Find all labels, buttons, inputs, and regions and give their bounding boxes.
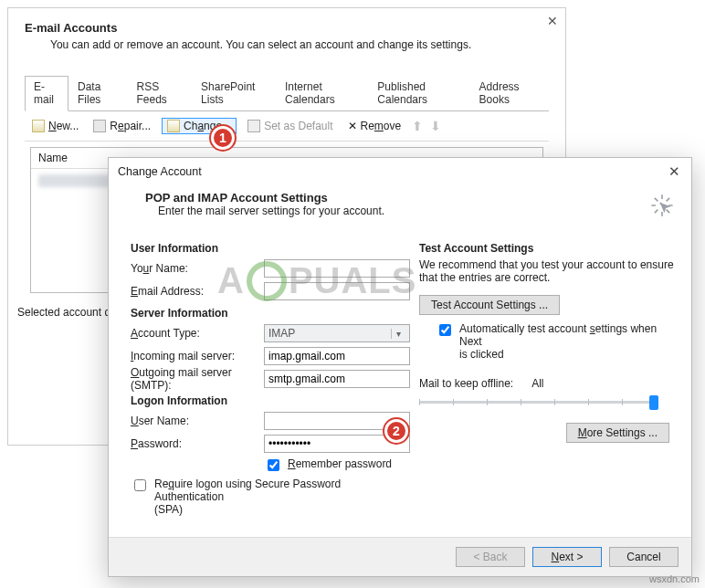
chevron-down-icon: ▾ — [391, 329, 405, 339]
remove-icon: ✕ — [348, 120, 357, 132]
slider-thumb[interactable] — [649, 395, 658, 410]
section-user-info: User Information — [131, 242, 410, 255]
cancel-button[interactable]: Cancel — [609, 547, 679, 567]
section-logon-info: Logon Information — [131, 394, 410, 407]
offline-label: Mail to keep offline: — [419, 377, 513, 390]
tab-rss[interactable]: RSS Feeds — [128, 76, 193, 111]
label-username: User Name: — [131, 415, 264, 427]
attribution: wsxdn.com — [649, 573, 700, 584]
auto-test-checkbox[interactable] — [439, 324, 451, 336]
tab-address-books[interactable]: Address Books — [470, 76, 549, 111]
repair-button[interactable]: Repair... — [89, 118, 154, 134]
accounts-subtext: You can add or remove an account. You ca… — [25, 35, 549, 68]
change-icon — [167, 120, 180, 132]
test-account-button[interactable]: Test Account Settings ... — [419, 295, 560, 315]
close-icon[interactable]: ✕ — [547, 14, 558, 28]
offline-value: All — [531, 377, 543, 390]
accounts-toolbar: New... Repair... Change... Set as Defaul… — [25, 111, 549, 142]
remember-password-label: Remember password — [288, 457, 392, 470]
move-up-icon: ⬆ — [412, 119, 423, 133]
label-your-name: Your Name: — [131, 262, 264, 275]
tab-data-files[interactable]: Data Files — [68, 76, 128, 111]
account-tabs: E-mail Data Files RSS Feeds SharePoint L… — [25, 75, 549, 111]
label-account-type: Account Type: — [131, 327, 264, 340]
new-button[interactable]: New... — [28, 118, 82, 134]
account-type-combo: IMAP▾ — [264, 324, 410, 342]
label-password: Password: — [131, 437, 264, 450]
move-down-icon: ⬇ — [430, 119, 441, 133]
outgoing-server-field[interactable] — [264, 370, 410, 388]
remove-button[interactable]: ✕ Remove — [344, 118, 405, 134]
change-account-window: Change Account ✕ POP and IMAP Account Se… — [108, 157, 692, 577]
set-default-button: Set as Default — [244, 118, 336, 134]
next-button[interactable]: Next > — [532, 547, 602, 567]
more-settings-button[interactable]: More Settings ... — [566, 423, 669, 443]
tab-sharepoint[interactable]: SharePoint Lists — [192, 76, 276, 111]
tab-email[interactable]: E-mail — [25, 76, 68, 111]
dialog-heading: POP and IMAP Account Settings — [145, 191, 673, 205]
step-badge-1: 1 — [211, 126, 235, 150]
section-server-info: Server Information — [131, 307, 410, 320]
label-email: Email Address: — [131, 285, 264, 298]
close-icon[interactable]: ✕ — [665, 163, 684, 180]
repair-icon — [93, 120, 106, 132]
tab-internet-cal[interactable]: Internet Calendars — [276, 76, 368, 111]
accounts-heading: E-mail Accounts — [25, 21, 549, 35]
test-description: We recommend that you test your account … — [419, 258, 675, 284]
section-test-settings: Test Account Settings — [419, 242, 675, 255]
dialog-subheading: Enter the mail server settings for your … — [145, 205, 673, 217]
incoming-server-field[interactable] — [264, 347, 410, 365]
email-field[interactable] — [264, 282, 410, 300]
spa-checkbox[interactable] — [134, 479, 146, 491]
dialog-footer: < Back Next > Cancel — [109, 537, 691, 576]
back-button: < Back — [456, 547, 525, 567]
label-incoming: Incoming mail server: — [131, 350, 264, 362]
tab-published-cal[interactable]: Published Calendars — [368, 76, 469, 111]
remember-password-checkbox[interactable] — [268, 459, 279, 471]
offline-slider[interactable] — [419, 394, 657, 410]
window-title: Change Account — [118, 165, 202, 178]
auto-test-label: Automatically test account settings when… — [459, 322, 675, 361]
new-icon — [32, 120, 45, 132]
step-badge-2: 2 — [384, 419, 408, 443]
default-icon — [247, 120, 260, 132]
spa-label: Require logon using Secure Password Auth… — [154, 478, 410, 516]
cursor-decoration-icon — [649, 193, 675, 221]
label-outgoing: Outgoing mail server (SMTP): — [131, 366, 264, 392]
your-name-field[interactable] — [264, 259, 410, 278]
